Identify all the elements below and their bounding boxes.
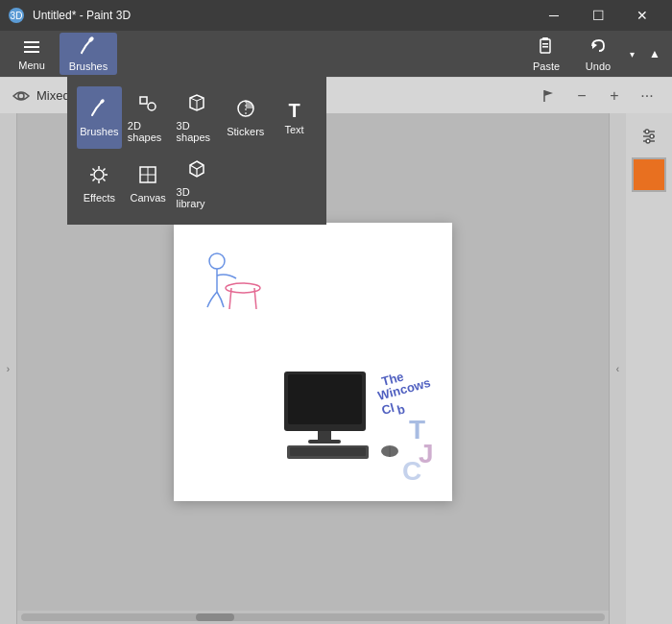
- svg-text:b: b: [396, 401, 407, 418]
- maximize-button[interactable]: ☐: [576, 0, 620, 31]
- svg-text:C: C: [402, 456, 421, 486]
- svg-point-53: [645, 130, 649, 133]
- svg-rect-3: [24, 46, 39, 48]
- canvas-icon: [137, 164, 158, 188]
- svg-line-22: [104, 179, 106, 180]
- svg-rect-4: [24, 51, 39, 53]
- undo-group: Undo ▾: [574, 33, 641, 75]
- canvas-header-controls: − + ···: [536, 83, 660, 109]
- toolbar-expand-button[interactable]: ▲: [645, 33, 664, 75]
- dropdown-panel: Brushes 2D shapes 3D shapes: [67, 77, 326, 225]
- svg-rect-38: [308, 440, 341, 444]
- more-icon: ···: [640, 87, 653, 105]
- dropdown-item-3dlibrary[interactable]: 3D library: [175, 153, 220, 215]
- menu-icon: [21, 36, 42, 58]
- dropdown-item-text[interactable]: T Text: [272, 86, 317, 149]
- paste-icon: [536, 36, 557, 59]
- scroll-track: [21, 613, 605, 621]
- dropdown-item-effects[interactable]: Effects: [77, 153, 122, 215]
- stickers-label: Stickers: [227, 126, 264, 137]
- mixed-reality-icon: [12, 86, 31, 106]
- undo-button[interactable]: Undo: [574, 33, 622, 75]
- title-bar-left: 3D Untitled* - Paint 3D: [8, 7, 131, 24]
- svg-point-54: [650, 134, 654, 138]
- 3dlibrary-icon: [186, 158, 207, 182]
- undo-label: Undo: [586, 60, 611, 72]
- brushes-label: Brushes: [69, 60, 108, 72]
- drawing-canvas: The Wincows Cl b T J C: [174, 223, 452, 501]
- zoom-in-button[interactable]: +: [601, 83, 628, 109]
- paste-label: Paste: [533, 60, 560, 72]
- svg-rect-40: [290, 447, 366, 456]
- title-bar-controls: ─ ☐ ✕: [532, 0, 664, 31]
- toolbar-right: Paste Undo ▾ ▲: [522, 33, 664, 75]
- canvas-label: Canvas: [131, 192, 166, 204]
- svg-line-24: [93, 179, 95, 180]
- adjust-icon: [639, 127, 659, 146]
- color-swatch[interactable]: [632, 157, 666, 192]
- svg-marker-10: [592, 42, 597, 49]
- dropdown-item-brushes[interactable]: Brushes: [77, 86, 122, 149]
- svg-line-21: [93, 169, 95, 171]
- window-title: Untitled* - Paint 3D: [33, 9, 131, 22]
- 2dshapes-icon: [137, 92, 158, 116]
- zoom-out-button[interactable]: −: [568, 83, 595, 109]
- toolbar-row: Menu Brushes Paste: [0, 31, 672, 77]
- paint3d-icon: 3D: [8, 7, 25, 24]
- text-label: Text: [284, 124, 303, 135]
- svg-text:Cl: Cl: [380, 400, 396, 418]
- paste-button[interactable]: Paste: [522, 33, 570, 75]
- stickers-icon: [235, 98, 256, 122]
- flag-button[interactable]: [536, 83, 563, 109]
- undo-chevron-button[interactable]: ▾: [622, 33, 641, 75]
- svg-text:3D: 3D: [11, 11, 23, 21]
- left-collapse-icon: ›: [7, 364, 10, 374]
- dropdown-item-canvas[interactable]: Canvas: [126, 153, 171, 215]
- svg-rect-12: [140, 97, 147, 104]
- more-options-button[interactable]: ···: [634, 83, 660, 109]
- brushes-dropdown-icon: [88, 98, 109, 122]
- brushes-icon: [78, 36, 99, 59]
- brushes-button[interactable]: Brushes: [60, 33, 117, 75]
- right-panel-collapse[interactable]: ‹: [609, 113, 626, 624]
- svg-rect-37: [318, 431, 331, 441]
- 2dshapes-label: 2D shapes: [128, 120, 169, 143]
- adjust-button[interactable]: [632, 119, 666, 154]
- menu-label: Menu: [18, 60, 45, 71]
- svg-rect-2: [24, 41, 39, 43]
- plus-icon: +: [610, 87, 618, 105]
- svg-rect-9: [542, 46, 548, 48]
- title-bar: 3D Untitled* - Paint 3D ─ ☐ ✕: [0, 0, 672, 31]
- svg-point-13: [148, 103, 156, 110]
- minimize-button[interactable]: ─: [532, 0, 576, 31]
- effects-label: Effects: [84, 192, 115, 204]
- dropdown-item-2dshapes[interactable]: 2D shapes: [126, 86, 171, 149]
- svg-point-33: [209, 253, 225, 269]
- right-panel: [626, 113, 672, 624]
- 3dlibrary-label: 3D library: [177, 186, 218, 209]
- undo-icon: [588, 36, 609, 59]
- scroll-thumb[interactable]: [196, 613, 234, 621]
- svg-rect-7: [542, 37, 548, 40]
- svg-rect-36: [288, 374, 362, 424]
- dropdown-item-stickers[interactable]: Stickers: [223, 86, 268, 149]
- menu-button[interactable]: Menu: [8, 33, 56, 75]
- effects-icon: [88, 164, 109, 188]
- flag-icon: [541, 88, 557, 104]
- bottom-scrollbar[interactable]: [17, 611, 609, 624]
- svg-rect-8: [542, 43, 548, 45]
- left-panel-collapse[interactable]: ›: [0, 113, 17, 624]
- right-collapse-icon: ‹: [616, 364, 619, 374]
- close-button[interactable]: ✕: [620, 0, 664, 31]
- dropdown-item-3dshapes[interactable]: 3D shapes: [175, 86, 220, 149]
- text-icon: T: [288, 101, 300, 120]
- minus-icon: −: [577, 87, 586, 105]
- 3dshapes-label: 3D shapes: [177, 120, 218, 143]
- canvas-art: The Wincows Cl b T J C: [174, 223, 452, 501]
- svg-line-23: [104, 169, 106, 171]
- svg-point-16: [94, 170, 104, 180]
- svg-point-28: [18, 93, 24, 99]
- brushes-dropdown-label: Brushes: [80, 126, 118, 137]
- svg-point-55: [646, 139, 650, 143]
- 3dshapes-icon: [186, 92, 207, 116]
